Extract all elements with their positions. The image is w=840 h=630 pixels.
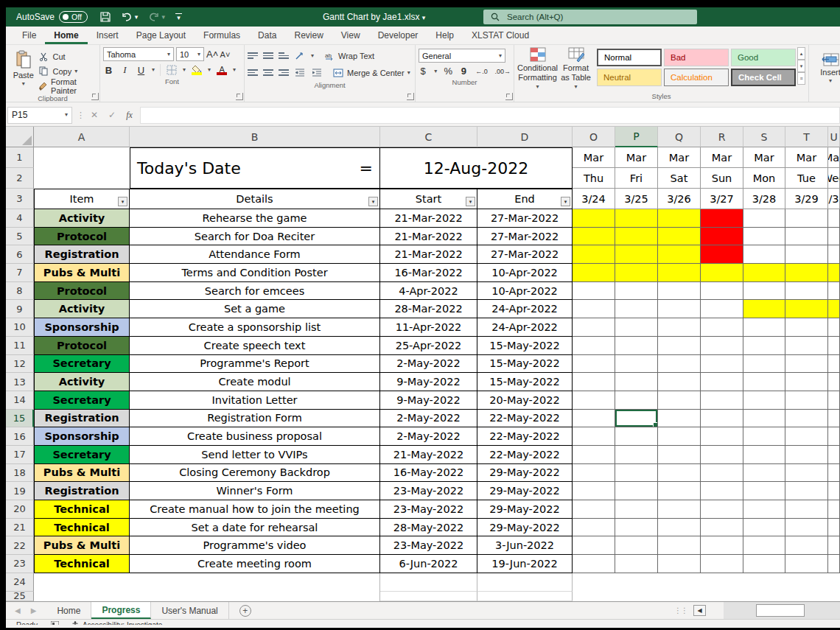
cell-A7[interactable]: Pubs & Multi bbox=[34, 264, 130, 282]
cell-C24[interactable] bbox=[380, 573, 477, 592]
save-icon[interactable] bbox=[99, 11, 111, 23]
cell-B4[interactable]: Rehearse the game bbox=[130, 209, 380, 228]
borders-icon[interactable] bbox=[160, 64, 178, 76]
cell-S18[interactable] bbox=[743, 464, 785, 483]
cell-O18[interactable] bbox=[573, 464, 615, 483]
cell-P8[interactable] bbox=[615, 282, 658, 301]
row-header-1[interactable]: 1 bbox=[6, 147, 34, 168]
row-header-4[interactable]: 4 bbox=[6, 209, 34, 228]
cell-T2-day[interactable]: Tue bbox=[785, 168, 828, 189]
row-header-3[interactable]: 3 bbox=[6, 189, 34, 209]
enter-icon[interactable]: ✓ bbox=[108, 110, 116, 120]
row-header-21[interactable]: 21 bbox=[6, 519, 34, 537]
cell-C19[interactable]: 23-May-2022 bbox=[380, 482, 477, 500]
cell-R11[interactable] bbox=[701, 337, 743, 355]
cell-Q17[interactable] bbox=[658, 446, 701, 464]
cell-S10[interactable] bbox=[743, 318, 785, 337]
column-header-D[interactable]: D bbox=[477, 127, 573, 147]
cell-T14[interactable] bbox=[785, 391, 828, 410]
cell-U21[interactable] bbox=[828, 519, 840, 537]
cell-S23[interactable] bbox=[743, 555, 785, 573]
cell-O12[interactable] bbox=[573, 355, 615, 374]
cell-R14[interactable] bbox=[701, 391, 743, 410]
column-header-U[interactable]: U bbox=[828, 127, 840, 147]
row-header-20[interactable]: 20 bbox=[6, 500, 34, 519]
cell-C10[interactable]: 11-Apr-2022 bbox=[380, 318, 477, 337]
row-header-18[interactable]: 18 bbox=[6, 464, 34, 483]
cell-T3-date[interactable]: 3/29 bbox=[785, 189, 828, 209]
cell-D25[interactable] bbox=[477, 592, 573, 601]
cell-O20[interactable] bbox=[573, 500, 615, 519]
cell-U13[interactable] bbox=[828, 373, 840, 391]
filter-icon-start[interactable]: ▾ bbox=[466, 197, 475, 206]
cell-O14[interactable] bbox=[573, 391, 615, 410]
cell-C15[interactable]: 2-May-2022 bbox=[380, 410, 477, 428]
paste-button[interactable]: Paste▾ bbox=[9, 47, 38, 90]
cell-P7[interactable] bbox=[615, 264, 658, 282]
font-size-combo[interactable]: 10▾ bbox=[176, 47, 204, 61]
cell-Q4[interactable] bbox=[658, 209, 701, 228]
gallery-up-icon[interactable]: ▴ bbox=[797, 47, 805, 60]
cell-U2-day[interactable]: Wed bbox=[828, 168, 840, 189]
undo-button[interactable]: ▾ bbox=[122, 13, 139, 22]
cell-D13[interactable]: 15-May-2022 bbox=[477, 373, 573, 391]
cell-B15[interactable]: Registration Form bbox=[130, 410, 380, 428]
cell-O8[interactable] bbox=[573, 282, 615, 301]
cell-O17[interactable] bbox=[573, 446, 615, 464]
new-sheet-icon[interactable]: + bbox=[239, 605, 251, 617]
autosave-toggle[interactable]: Off bbox=[59, 11, 88, 23]
cell-U22[interactable] bbox=[828, 536, 840, 555]
cell-A21[interactable]: Technical bbox=[34, 519, 130, 537]
cell-T10[interactable] bbox=[785, 318, 828, 337]
cell-T9[interactable] bbox=[785, 300, 828, 318]
gallery-more-icon[interactable]: ≡ bbox=[797, 72, 805, 85]
percent-format-button[interactable]: % bbox=[444, 66, 452, 77]
formula-input[interactable] bbox=[140, 107, 840, 124]
align-top-icon[interactable] bbox=[248, 52, 258, 59]
cell-B10[interactable]: Create a sponsorship list bbox=[130, 318, 380, 337]
cell-S4[interactable] bbox=[743, 209, 785, 228]
row-header-6[interactable]: 6 bbox=[6, 245, 34, 264]
gallery-down-icon[interactable]: ▾ bbox=[797, 60, 805, 72]
cell-Q9[interactable] bbox=[658, 300, 701, 318]
cell-O9[interactable] bbox=[573, 300, 615, 318]
cell-B23[interactable]: Create meeting room bbox=[130, 555, 380, 573]
cell-P14[interactable] bbox=[615, 391, 658, 410]
cell-U14[interactable] bbox=[828, 391, 840, 410]
cell-D16[interactable]: 22-May-2022 bbox=[477, 427, 573, 446]
filter-icon-details[interactable]: ▾ bbox=[368, 197, 378, 206]
row-header-17[interactable]: 17 bbox=[6, 446, 34, 464]
cell-U12[interactable] bbox=[828, 355, 840, 374]
cell-S3-date[interactable]: 3/28 bbox=[743, 189, 785, 209]
cell-B19[interactable]: Winner's Form bbox=[130, 482, 380, 500]
cell-A15[interactable]: Registration bbox=[34, 410, 130, 428]
cell-A6[interactable]: Registration bbox=[34, 245, 130, 264]
comma-format-button[interactable]: 9 bbox=[459, 66, 468, 77]
accessibility-status[interactable]: Accessibility: Investigate bbox=[72, 621, 162, 625]
cell-O1-month[interactable]: Mar bbox=[573, 147, 615, 168]
cell-Q13[interactable] bbox=[658, 373, 701, 391]
column-header-B[interactable]: B bbox=[130, 127, 380, 147]
macro-record-icon[interactable] bbox=[51, 621, 59, 625]
cell-R18[interactable] bbox=[701, 464, 743, 483]
cell-S15[interactable] bbox=[743, 410, 785, 428]
cell-P9[interactable] bbox=[615, 300, 658, 318]
cell-T7[interactable] bbox=[785, 264, 828, 282]
cell-Q21[interactable] bbox=[658, 519, 701, 537]
scroll-left-icon[interactable]: ◀ bbox=[693, 605, 706, 616]
cell-B7[interactable]: Terms and Condition Poster bbox=[130, 264, 380, 282]
cell-A19[interactable]: Registration bbox=[34, 482, 130, 500]
cell-R16[interactable] bbox=[701, 427, 743, 446]
cell-C17[interactable]: 21-May-2022 bbox=[380, 446, 477, 464]
row-header-22[interactable]: 22 bbox=[6, 536, 34, 555]
cell-P20[interactable] bbox=[615, 500, 658, 519]
cell-S20[interactable] bbox=[743, 500, 785, 519]
row-header-2[interactable]: 2 bbox=[6, 168, 34, 189]
currency-format-button[interactable]: $ bbox=[419, 66, 427, 77]
cell-R23[interactable] bbox=[701, 555, 743, 573]
number-dialog-launcher[interactable] bbox=[505, 93, 513, 100]
tab-view[interactable]: View bbox=[332, 27, 369, 44]
alignment-dialog-launcher[interactable] bbox=[407, 93, 414, 100]
cell-R8[interactable] bbox=[701, 282, 743, 301]
row-header-16[interactable]: 16 bbox=[6, 427, 34, 446]
